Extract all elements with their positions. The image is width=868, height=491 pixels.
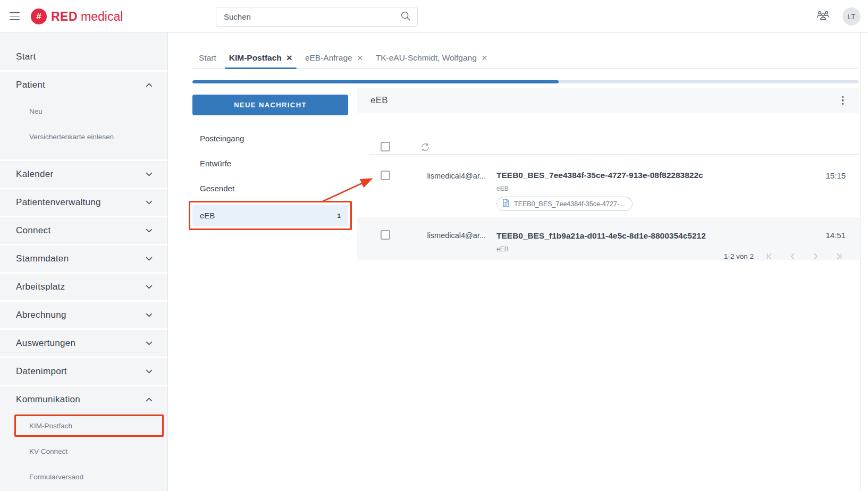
message-checkbox[interactable] [381,171,390,180]
sidebar-item-label: Versichertenkarte einlesen [29,133,114,141]
search-input[interactable] [223,12,400,22]
message-row[interactable]: lismedical4@ar...TEEB0_BES_7ee4384f-35ce… [357,155,860,217]
new-message-button[interactable]: NEUE NACHRICHT [192,95,348,115]
sidebar-section: Abrechnung [0,302,167,330]
sidebar-section: Kalender [0,161,167,189]
sidebar-item-neu[interactable]: Neu [0,98,167,124]
tab-eeb-anfrage[interactable]: eEB-Anfrage× [301,47,367,69]
tab-close-icon[interactable]: × [482,53,487,63]
sidebar-item-versichertenkarte-einlesen[interactable]: Versichertenkarte einlesen [0,124,167,149]
tab-kim-postfach[interactable]: KIM-Postfach× [225,47,297,69]
first-page-icon[interactable] [765,252,774,261]
message-time: 14:51 [825,231,846,240]
folder-label: Gesendet [200,184,234,193]
sidebar-item-kv-connect[interactable]: KV-Connect [0,438,167,464]
sidebar-item-patientenverwaltung[interactable]: Patientenverwaltung [0,189,167,216]
sidebar-item-connect[interactable]: Connect [0,217,167,244]
message-subject: TEEB0_BES_7ee4384f-35ce-4727-913e-08f822… [496,171,755,180]
tab-close-icon[interactable]: × [357,53,363,63]
menu-icon[interactable] [10,12,20,20]
folder-eeb[interactable]: eEB1 [192,205,348,226]
last-page-icon[interactable] [834,252,843,261]
progress-fill [192,80,559,83]
tab-label: Start [199,53,216,63]
sidebar-item-formularversand[interactable]: Formularversand [0,464,167,489]
folder-label: Posteingang [200,134,244,143]
message-body: TEEB0_BES_7ee4384f-35ce-4727-913e-08f822… [496,171,755,211]
select-all-checkbox[interactable] [381,142,390,151]
sidebar-item-label: Arbeitsplatz [16,282,65,292]
sidebar-item-kalender[interactable]: Kalender [0,161,167,188]
sidebar-item-label: KV-Connect [29,447,68,455]
message-subject: TEEB0_BES_f1b9a21a-d011-4e5c-8d1e-880035… [496,231,755,241]
sidebar-item-label: Datenimport [16,366,67,377]
folder-entwürfe[interactable]: Entwürfe [192,151,348,176]
sidebar-item-label: Neu [29,107,43,115]
message-sender: lismedical4@ar... [421,172,486,180]
brand-name-light: medical [81,10,123,24]
folder-posteingang[interactable]: Posteingang [192,126,348,151]
message-checkbox[interactable] [381,230,390,240]
user-avatar[interactable]: LT [842,7,861,26]
chevron-down-icon [146,257,153,261]
sidebar-section: Auswertungen [0,330,167,358]
sidebar-item-label: Patient [16,80,45,90]
sidebar-section: Start [0,44,167,72]
sidebar-item-kommunikation[interactable]: Kommunikation [0,386,167,413]
sidebar-item-start[interactable]: Start [0,44,167,70]
pagination-bar: 1-2 von 2 [357,249,859,264]
mail-panel-title: eEB [370,95,388,106]
sidebar-item-auswertungen[interactable]: Auswertungen [0,330,167,357]
sidebar-item-abrechnung[interactable]: Abrechnung [0,302,167,328]
chevron-up-icon [146,397,153,402]
overflow-menu-icon[interactable] [840,94,846,107]
sidebar-item-kim-postfach[interactable]: KIM-Postfach [0,413,167,438]
chevron-down-icon [146,341,153,345]
attachment-name: TEEB0_BES_7ee4384f-35ce-4727-... [514,200,625,208]
folder-gesendet[interactable]: Gesendet [192,176,348,201]
chevron-down-icon [146,172,153,176]
message-sender: lismedical4@ar... [421,231,486,240]
sidebar-item-datenimport[interactable]: Datenimport [0,358,167,385]
previous-page-icon[interactable] [788,252,797,261]
folder-label: eEB [200,211,215,220]
brand-name-bold: RED [51,10,78,24]
folder-label: Entwürfe [200,159,231,168]
attachment-chip[interactable]: TEEB0_BES_7ee4384f-35ce-4727-... [496,197,633,211]
sidebar-item-label: Auswertungen [16,338,75,349]
message-category: eEB [496,185,755,192]
next-page-icon[interactable] [811,252,820,261]
folder-list: PosteingangEntwürfeGesendeteEB1 [192,126,348,226]
tab-label: KIM-Postfach [229,53,282,63]
sidebar-item-patient[interactable]: Patient [0,72,167,98]
sidebar-item-label: Patientenverwaltung [16,197,101,208]
sidebar-item-label: KIM-Postfach [29,422,72,430]
sidebar-section: KommunikationKIM-PostfachKV-ConnectFormu… [0,386,167,489]
mail-panel-header: eEB [357,88,859,113]
user-group-icon[interactable] [816,10,830,23]
tab-tk-eau-schmidt-wolfgang[interactable]: TK-eAU-Schmidt, Wolfgang× [372,47,492,69]
sidebar-section: Connect [0,217,167,246]
sidebar-item-label: Connect [16,225,50,236]
global-search[interactable] [216,7,418,27]
sidebar-item-stammdaten[interactable]: Stammdaten [0,246,167,272]
sidebar-section: Stammdaten [0,246,167,274]
sidebar-nav: StartPatientNeuVersichertenkarte einlese… [0,33,168,491]
tab-label: TK-eAU-Schmidt, Wolfgang [376,53,477,63]
sidebar-item-label: Stammdaten [16,253,69,264]
tab-close-icon[interactable]: × [286,53,292,63]
search-icon [400,11,411,23]
sidebar-section: Arbeitsplatz [0,274,167,302]
tab-bar: StartKIM-Postfach×eEB-Anfrage×TK-eAU-Sch… [195,47,492,69]
sidebar-section: Patientenverwaltung [0,189,167,217]
refresh-icon[interactable] [420,142,431,153]
sidebar-item-label: Formularversand [29,473,83,481]
message-time: 15:15 [825,171,846,180]
sidebar-item-arbeitsplatz[interactable]: Arbeitsplatz [0,274,167,300]
top-bar: # RED medical [0,0,868,33]
tab-start[interactable]: Start [195,47,221,69]
chevron-down-icon [146,313,153,317]
chevron-down-icon [146,228,153,233]
app-logo: # RED medical [31,0,123,33]
chevron-down-icon [146,200,153,205]
